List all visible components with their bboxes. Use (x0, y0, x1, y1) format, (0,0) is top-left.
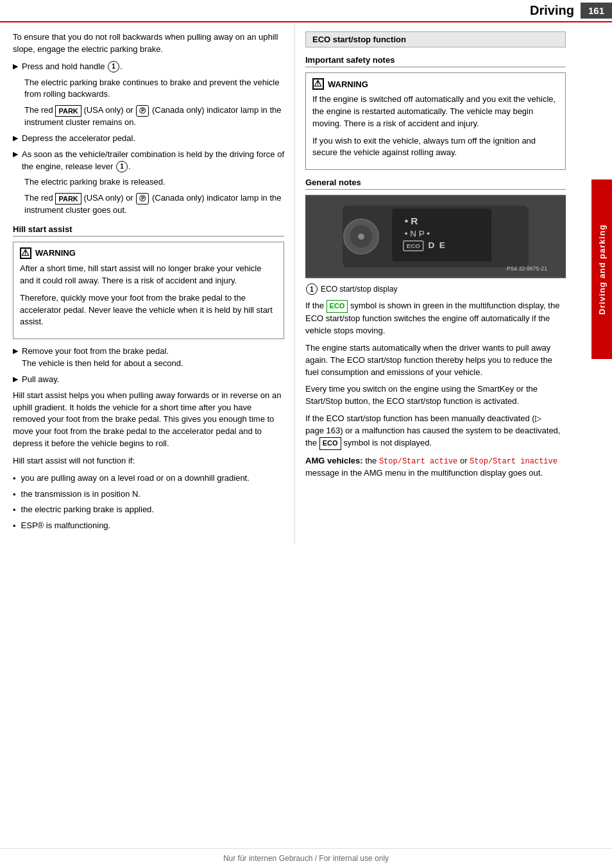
dot-icon-2: • (13, 490, 16, 499)
step-3: ▶ As soon as the vehicle/trailer combina… (13, 149, 284, 173)
eco-body-p1: If the ECO symbol is shown in green in t… (305, 300, 566, 337)
hill-dot-1-text: you are pulling away on a level road or … (21, 472, 284, 485)
step-2: ▶ Depress the accelerator pedal. (13, 133, 284, 145)
hill-start-warning-label: WARNING (35, 248, 76, 258)
warning-triangle-icon (20, 247, 31, 259)
caption-number-badge: 1 (306, 283, 318, 295)
main-content: To ensure that you do not roll backwards… (0, 22, 612, 545)
cluster-svg: • R • N P • ECO D E PS4 32-9675-21 (305, 195, 566, 278)
hill-start-warning-title: WARNING (20, 247, 277, 259)
svg-text:• R: • R (405, 215, 418, 226)
svg-point-11 (358, 233, 364, 240)
step-3-sub1: The electric parking brake is released. (24, 176, 284, 188)
svg-text:D: D (428, 241, 434, 251)
step-3-text: As soon as the vehicle/trailer combinati… (22, 149, 284, 173)
step-1-text: Press and hold handle 1. (22, 61, 284, 73)
dot-icon-3: • (13, 505, 16, 515)
hill-bullet-1-text: Remove your foot from the brake pedal. T… (22, 346, 284, 370)
amg-label: AMG vehicles: (305, 456, 363, 465)
arrow-icon-1: ▶ (13, 62, 18, 71)
hill-dot-1: • you are pulling away on a level road o… (13, 472, 284, 485)
svg-text:ECO: ECO (407, 243, 420, 250)
hill-start-warning-p1: After a short time, hill start assist wi… (20, 263, 277, 287)
hill-body-p1: Hill start assist helps you when pulling… (13, 390, 284, 450)
eco-warning-box: WARNING If the engine is switched off au… (305, 72, 566, 170)
hill-dot-2-text: the transmission is in position N. (21, 488, 284, 501)
eco-body-p4: If the ECO start/stop function has been … (305, 413, 566, 450)
arrow-icon-4: ▶ (13, 347, 18, 355)
svg-text:PS4 32-9675-21: PS4 32-9675-21 (507, 265, 547, 272)
important-safety-heading: Important safety notes (305, 55, 566, 67)
hill-start-warning-box: WARNING After a short time, hill start a… (13, 242, 284, 339)
eco-body-p5: AMG vehicles: the Stop/Start active or S… (305, 455, 566, 480)
footer-text: Nur für internen Gebrauch / For internal… (223, 854, 389, 863)
eco-badge-green: ECO (327, 300, 348, 313)
hill-start-warning-p2: Therefore, quickly move your foot from t… (20, 292, 277, 329)
amg-active-text: Stop/Start active (379, 457, 457, 466)
step-3-sub2: The red PARK (USA only) or Ⓟ (Canada onl… (24, 192, 284, 217)
hill-dot-4: • ESP® is malfunctioning. (13, 520, 284, 532)
hill-dot-2: • the transmission is in position N. (13, 488, 284, 501)
intro-paragraph: To ensure that you do not roll backwards… (13, 31, 284, 56)
park-badge-2: PARK (55, 193, 81, 204)
hill-dot-3: • the electric parking brake is applied. (13, 504, 284, 516)
eco-badge-2: ECO (319, 437, 341, 450)
dot-icon-4: • (13, 521, 16, 531)
hill-body-p2: Hill start assist will not function if: (13, 455, 284, 467)
canada-p-badge-2: Ⓟ (136, 193, 149, 204)
amg-inactive-text: Stop/Start inactive (470, 457, 557, 466)
cluster-image: • R • N P • ECO D E PS4 32-9675-21 (305, 195, 566, 278)
right-column: ECO start/stop function Important safety… (295, 22, 591, 545)
caption-text: ECO start/stop display (321, 285, 397, 294)
page-number: 161 (581, 3, 612, 19)
arrow-icon-2: ▶ (13, 134, 18, 142)
step-1-sub2: The red PARK (USA only) or Ⓟ (Canada onl… (24, 104, 284, 129)
chapter-side-tab: Driving and parking (591, 179, 612, 359)
arrow-icon-3: ▶ (13, 150, 18, 158)
eco-warning-triangle-icon (312, 78, 324, 90)
svg-text:• N P •: • N P • (405, 229, 430, 238)
eco-warning-p1: If the engine is switched off automatica… (312, 94, 559, 130)
chapter-title: Driving (530, 3, 581, 18)
hill-start-heading: Hill start assist (13, 224, 284, 237)
step-1-sub1: The electric parking brake continues to … (24, 77, 284, 101)
page-header: Driving 161 (0, 0, 612, 22)
eco-warning-label: WARNING (328, 79, 368, 89)
canada-p-badge-1: Ⓟ (136, 105, 149, 117)
handle-number-badge: 1 (108, 61, 119, 72)
dot-icon-1: • (13, 474, 16, 483)
hill-dot-4-text: ESP® is malfunctioning. (21, 520, 284, 532)
lever-number-badge: 1 (116, 161, 128, 172)
arrow-icon-5: ▶ (13, 375, 18, 383)
hill-bullet-2: ▶ Pull away. (13, 374, 284, 386)
page-footer: Nur für internen Gebrauch / For internal… (0, 848, 612, 868)
park-badge-1: PARK (55, 105, 81, 117)
left-column: To ensure that you do not roll backwards… (0, 22, 295, 545)
eco-warning-p2: If you wish to exit the vehicle, always … (312, 135, 559, 160)
eco-heading-box: ECO start/stop function (305, 31, 566, 47)
eco-warning-title: WARNING (312, 78, 559, 90)
hill-bullet-2-text: Pull away. (22, 374, 284, 386)
hill-bullet-1: ▶ Remove your foot from the brake pedal.… (13, 346, 284, 370)
svg-text:E: E (439, 241, 445, 251)
eco-body-p3: Every time you switch on the engine usin… (305, 383, 566, 408)
image-caption: 1 ECO start/stop display (305, 283, 566, 295)
step-1: ▶ Press and hold handle 1. (13, 61, 284, 73)
eco-body-p2: The engine starts automatically when the… (305, 342, 566, 379)
step-2-text: Depress the accelerator pedal. (22, 133, 284, 145)
general-notes-heading: General notes (305, 178, 566, 190)
hill-dot-3-text: the electric parking brake is applied. (21, 504, 284, 516)
hill-bullet-1-sub: The vehicle is then held for about a sec… (22, 358, 183, 368)
